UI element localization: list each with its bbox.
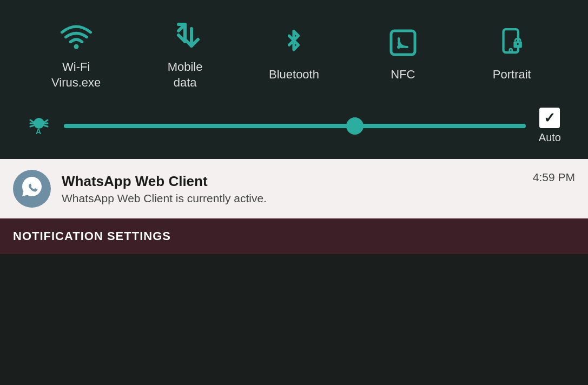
portrait-toggle[interactable]: Portrait: [468, 24, 555, 83]
whatsapp-symbol: [20, 175, 44, 203]
portrait-icon: [495, 24, 528, 62]
svg-line-8: [30, 120, 34, 122]
svg-line-13: [44, 125, 48, 127]
notification-area: WhatsApp Web Client WhatsApp Web Client …: [0, 159, 588, 218]
bluetooth-icon: [278, 24, 310, 62]
notification-settings-label: NOTIFICATION SETTINGS: [13, 229, 171, 243]
nfc-icon: [387, 24, 419, 62]
mobile-data-label: Mobile data: [168, 59, 203, 90]
wifi-icon: [60, 16, 93, 54]
notification-content: WhatsApp Web Client WhatsApp Web Client …: [62, 173, 522, 205]
notification-title: WhatsApp Web Client: [62, 173, 522, 190]
svg-line-10: [30, 125, 34, 127]
auto-checkbox-box[interactable]: ✓: [539, 108, 560, 128]
bluetooth-toggle[interactable]: Bluetooth: [250, 24, 337, 83]
svg-line-11: [44, 120, 48, 122]
svg-rect-1: [391, 31, 415, 55]
notification-card[interactable]: WhatsApp Web Client WhatsApp Web Client …: [13, 170, 575, 208]
nfc-toggle[interactable]: NFC: [360, 24, 446, 83]
svg-point-0: [74, 44, 78, 49]
auto-label: Auto: [539, 131, 561, 144]
slider-track: [64, 124, 526, 128]
svg-point-2: [397, 45, 400, 49]
brightness-row: A ✓ Auto: [22, 103, 566, 148]
quick-settings-panel: Wi-Fi Virus.exe Mobile data: [0, 0, 588, 159]
notification-settings-bar[interactable]: NOTIFICATION SETTINGS: [0, 218, 588, 254]
whatsapp-icon: [13, 170, 51, 208]
wifi-toggle[interactable]: Wi-Fi Virus.exe: [33, 16, 120, 90]
svg-text:A: A: [36, 127, 41, 135]
slider-thumb[interactable]: [346, 117, 364, 135]
brightness-icon: A: [27, 111, 51, 140]
toggle-row: Wi-Fi Virus.exe Mobile data: [22, 16, 566, 90]
notification-body: WhatsApp Web Client is currently active.: [62, 192, 522, 205]
bluetooth-label: Bluetooth: [269, 67, 319, 83]
svg-point-6: [517, 43, 519, 45]
mobile-data-toggle[interactable]: Mobile data: [142, 16, 228, 90]
notification-time: 4:59 PM: [533, 170, 575, 184]
wifi-label: Wi-Fi Virus.exe: [51, 59, 101, 90]
portrait-label: Portrait: [493, 67, 531, 83]
mobile-data-icon: [169, 16, 201, 54]
svg-point-4: [510, 49, 512, 51]
auto-checkbox-group[interactable]: ✓ Auto: [539, 108, 561, 144]
nfc-label: NFC: [391, 67, 415, 83]
brightness-slider[interactable]: [64, 124, 526, 128]
